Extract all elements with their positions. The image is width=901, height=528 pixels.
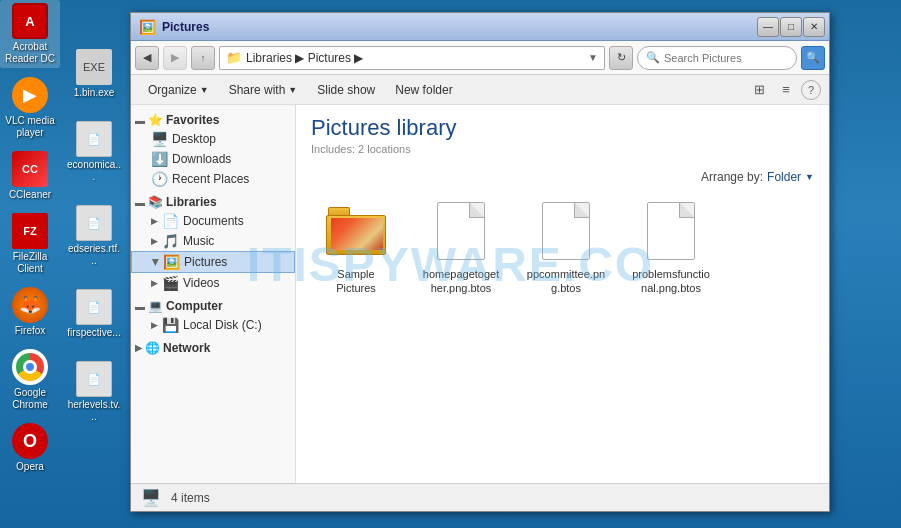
- sidebar-item-recent-places[interactable]: 🕐 Recent Places: [131, 169, 295, 189]
- documents-expand-icon: ▶: [151, 216, 158, 226]
- problemsfunctional-label: problemsfunctional.png.btos: [631, 267, 711, 296]
- sample-pictures-label: Sample Pictures: [316, 267, 396, 296]
- organize-dropdown-icon: ▼: [200, 85, 209, 95]
- pictures-expand-icon: ▶: [151, 259, 161, 266]
- search-input[interactable]: [664, 52, 788, 64]
- sidebar-item-desktop[interactable]: 🖥️ Desktop: [131, 129, 295, 149]
- back-button[interactable]: ◀: [135, 46, 159, 70]
- close-button[interactable]: ✕: [803, 17, 825, 37]
- status-computer-icon: 🖥️: [141, 488, 161, 507]
- sidebar-item-downloads[interactable]: ⬇️ Downloads: [131, 149, 295, 169]
- firefox-label: Firefox: [15, 325, 46, 337]
- sidebar-section-computer: ▬ 💻 Computer ▶ 💾 Local Disk (C:): [131, 297, 295, 335]
- downloads-label: Downloads: [172, 152, 231, 166]
- slide-show-label: Slide show: [317, 83, 375, 97]
- desktop-icon-chrome[interactable]: Google Chrome: [0, 346, 60, 414]
- desktop-icon-vlc[interactable]: ▶ VLC media player: [0, 74, 60, 142]
- favorites-header[interactable]: ▬ ⭐ Favorites: [131, 111, 295, 129]
- title-buttons: — □ ✕: [757, 17, 825, 37]
- network-expand-icon: ▶: [135, 343, 142, 353]
- search-button[interactable]: 🔍: [801, 46, 825, 70]
- network-label: Network: [163, 341, 210, 355]
- network-header[interactable]: ▶ 🌐 Network: [131, 339, 295, 357]
- desktop-icon-ccleaner[interactable]: CC CCleaner: [0, 148, 60, 204]
- forward-button[interactable]: ▶: [163, 46, 187, 70]
- search-box[interactable]: 🔍: [637, 46, 797, 70]
- address-path[interactable]: 📁 Libraries ▶ Pictures ▶ ▼: [219, 46, 605, 70]
- homepagetogether-icon: [429, 199, 493, 263]
- desktop-icon-firspective[interactable]: 📄 firspective...: [64, 286, 124, 342]
- binexe-label: 1.bin.exe: [74, 87, 115, 99]
- address-path-text: Libraries ▶ Pictures ▶: [246, 51, 363, 65]
- libraries-label: Libraries: [166, 195, 217, 209]
- desktop-icon-firefox[interactable]: 🦊 Firefox: [0, 284, 60, 340]
- desktop-icon-edseries[interactable]: 📄 edseries.rtf...: [64, 202, 124, 270]
- library-title: Pictures library: [311, 115, 814, 141]
- favorites-label: Favorites: [166, 113, 219, 127]
- arrange-dropdown-icon[interactable]: ▼: [805, 172, 814, 182]
- share-with-label: Share with: [229, 83, 286, 97]
- maximize-button[interactable]: □: [780, 17, 802, 37]
- downloads-icon-sidebar: ⬇️: [151, 151, 168, 167]
- sidebar-section-libraries: ▬ 📚 Libraries ▶ 📄 Documents ▶ 🎵 Music: [131, 193, 295, 293]
- sidebar-item-pictures[interactable]: ▶ 🖼️ Pictures: [131, 251, 295, 273]
- sample-pictures-icon: [324, 199, 388, 263]
- ccleaner-label: CCleaner: [9, 189, 51, 201]
- videos-icon: 🎬: [162, 275, 179, 291]
- address-bar: ◀ ▶ ↑ 📁 Libraries ▶ Pictures ▶ ▼ ↻ 🔍 🔍: [131, 41, 829, 75]
- main-content: ▬ ⭐ Favorites 🖥️ Desktop ⬇️ Downloads 🕐: [131, 105, 829, 483]
- desktop-icon-filezilla[interactable]: FZ FileZilla Client: [0, 210, 60, 278]
- sidebar-item-local-disk[interactable]: ▶ 💾 Local Disk (C:): [131, 315, 295, 335]
- arrange-by-value[interactable]: Folder: [767, 170, 801, 184]
- minimize-button[interactable]: —: [757, 17, 779, 37]
- vlc-label: VLC media player: [3, 115, 57, 139]
- organize-label: Organize: [148, 83, 197, 97]
- network-icon: 🌐: [145, 341, 160, 355]
- videos-expand-icon: ▶: [151, 278, 158, 288]
- up-button[interactable]: ↑: [191, 46, 215, 70]
- organize-button[interactable]: Organize ▼: [139, 78, 218, 102]
- computer-icon: 💻: [148, 299, 163, 313]
- sidebar-section-network: ▶ 🌐 Network: [131, 339, 295, 357]
- recent-places-label: Recent Places: [172, 172, 249, 186]
- file-item-problemsfunctional[interactable]: problemsfunctional.png.btos: [626, 194, 716, 301]
- slide-show-button[interactable]: Slide show: [308, 78, 384, 102]
- address-dropdown-arrow[interactable]: ▼: [588, 52, 598, 63]
- firspective-label: firspective...: [67, 327, 120, 339]
- share-with-button[interactable]: Share with ▼: [220, 78, 307, 102]
- desktop-icon-binexe[interactable]: EXE 1.bin.exe: [64, 46, 124, 102]
- computer-header[interactable]: ▬ 💻 Computer: [131, 297, 295, 315]
- desktop-icon-herlevels[interactable]: 📄 herlevels.tv...: [64, 358, 124, 426]
- desktop-icon-col-1: A Acrobat Reader DC ▶ VLC media player C…: [0, 0, 60, 476]
- toolbar-right: ⊞ ≡ ?: [747, 78, 821, 102]
- title-bar: 🖼️ Pictures — □ ✕: [131, 13, 829, 41]
- view-large-icon-button[interactable]: ⊞: [747, 78, 771, 102]
- opera-label: Opera: [16, 461, 44, 473]
- documents-label: Documents: [183, 214, 244, 228]
- libraries-header[interactable]: ▬ 📚 Libraries: [131, 193, 295, 211]
- desktop-icon-opera[interactable]: O Opera: [0, 420, 60, 476]
- desktop-icon-sidebar: 🖥️: [151, 131, 168, 147]
- library-includes: Includes: 2 locations: [311, 143, 814, 155]
- search-icon: 🔍: [646, 51, 660, 64]
- sidebar-section-favorites: ▬ ⭐ Favorites 🖥️ Desktop ⬇️ Downloads 🕐: [131, 111, 295, 189]
- sidebar-item-videos[interactable]: ▶ 🎬 Videos: [131, 273, 295, 293]
- computer-collapse-icon: ▬: [135, 301, 145, 312]
- file-item-ppcommittee[interactable]: ppcommittee.png.btos: [521, 194, 611, 301]
- sidebar-item-documents[interactable]: ▶ 📄 Documents: [131, 211, 295, 231]
- videos-label: Videos: [183, 276, 219, 290]
- recent-places-icon: 🕐: [151, 171, 168, 187]
- status-item-count: 4 items: [171, 491, 210, 505]
- desktop-icon-acrobat[interactable]: A Acrobat Reader DC: [0, 0, 60, 68]
- refresh-button[interactable]: ↻: [609, 46, 633, 70]
- new-folder-button[interactable]: New folder: [386, 78, 461, 102]
- file-item-sample-pictures[interactable]: Sample Pictures: [311, 194, 401, 301]
- explorer-window: 🖼️ Pictures — □ ✕ ◀ ▶ ↑ 📁 Libraries ▶ Pi…: [130, 12, 830, 512]
- sidebar-item-music[interactable]: ▶ 🎵 Music: [131, 231, 295, 251]
- desktop-icon-col-2: EXE 1.bin.exe 📄 economica... 📄 edseries.…: [64, 0, 124, 476]
- desktop-icon-economica[interactable]: 📄 economica...: [64, 118, 124, 186]
- file-item-homepagetogether[interactable]: homepagetogether.png.btos: [416, 194, 506, 301]
- locations-count: 2 locations: [358, 143, 411, 155]
- view-list-button[interactable]: ≡: [774, 78, 798, 102]
- help-button[interactable]: ?: [801, 80, 821, 100]
